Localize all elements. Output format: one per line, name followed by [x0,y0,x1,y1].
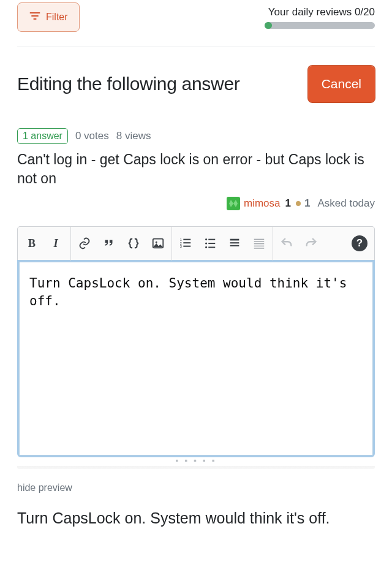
svg-point-14 [205,238,207,240]
editor-toolbar: B I 123 ? [17,226,375,260]
svg-rect-12 [183,242,190,243]
svg-rect-11 [183,239,190,240]
reviews-label: Your daily reviews 0/20 [92,6,375,18]
svg-rect-27 [254,248,265,248]
svg-rect-13 [183,246,190,247]
reviews-widget: Your daily reviews 0/20 [92,6,375,29]
svg-text:I: I [53,238,59,250]
answer-editor[interactable] [20,262,372,452]
redo-button[interactable] [299,231,323,256]
heading-button[interactable] [222,231,247,256]
svg-rect-23 [254,239,265,240]
svg-rect-25 [254,243,265,244]
svg-point-16 [205,246,207,248]
svg-rect-22 [230,245,239,246]
help-button[interactable]: ? [347,231,372,256]
svg-text:3: 3 [180,245,182,248]
code-button[interactable] [121,231,146,256]
toolbar-separator [70,227,71,261]
bronze-badge-count: 1 [304,197,310,210]
quote-button[interactable] [97,231,121,256]
hide-preview-toggle[interactable]: hide preview [17,482,375,493]
filter-label: Filter [46,12,68,23]
svg-rect-17 [208,239,215,240]
divider [17,47,375,47]
asker-rep: 1 [285,197,291,210]
svg-rect-20 [230,239,239,241]
question-title[interactable]: Can't log in - get Caps lock is on error… [17,150,375,188]
filter-icon [29,10,41,25]
filter-button[interactable]: Filter [17,2,80,32]
toolbar-separator [273,227,273,261]
svg-rect-26 [254,246,265,246]
cancel-button[interactable]: Cancel [308,66,375,102]
asker-info: mimosa 1 1 Asked today [17,197,375,210]
italic-button[interactable]: I [45,231,69,256]
editor-shadow [17,466,375,469]
svg-point-15 [205,243,207,245]
reviews-progress [265,22,375,29]
vote-count: 0 votes [75,130,109,142]
svg-text:B: B [28,238,36,250]
preview-text: Turn CapsLock on. System would think it'… [17,507,375,529]
svg-rect-24 [254,241,265,242]
asker-name[interactable]: mimosa [244,197,281,210]
svg-rect-19 [208,247,215,248]
bronze-badge-icon [296,201,301,206]
link-button[interactable] [72,231,97,256]
image-button[interactable] [146,231,170,256]
avatar[interactable] [227,197,240,210]
toolbar-separator [172,227,172,261]
page-title: Editing the following answer [17,74,239,94]
question-stats: 1 answer 0 votes 8 views [17,128,375,144]
unordered-list-button[interactable] [198,231,222,256]
undo-button[interactable] [274,231,299,256]
svg-rect-21 [230,242,239,243]
bold-button[interactable]: B [20,231,45,256]
hr-button[interactable] [247,231,271,256]
ordered-list-button[interactable]: 123 [173,231,198,256]
answer-count-pill: 1 answer [17,128,68,144]
asked-time: Asked today [317,197,375,210]
svg-rect-18 [208,243,215,244]
view-count: 8 views [116,130,151,142]
svg-point-7 [156,242,157,243]
